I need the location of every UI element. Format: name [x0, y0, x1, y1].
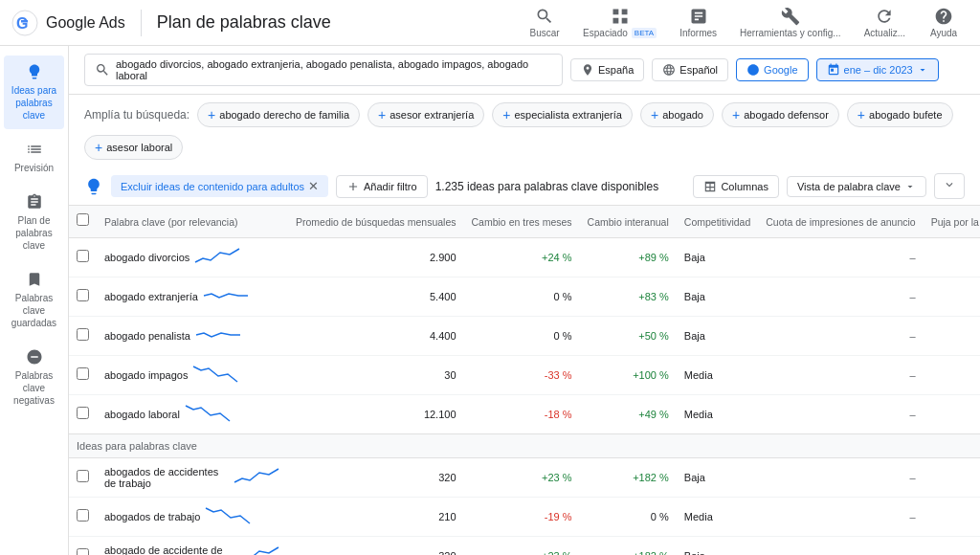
- sidebar-item-prevision[interactable]: Previsión: [4, 133, 64, 182]
- sidebar-item-negativas[interactable]: Palabras clave negativas: [4, 341, 64, 414]
- row-competition: Baja: [677, 316, 758, 355]
- ayuda-nav-btn[interactable]: Ayuda: [919, 1, 969, 44]
- keyword-search-box[interactable]: abogado divorcios, abogado extranjeria, …: [84, 54, 563, 86]
- sparkline-chart: [233, 465, 280, 488]
- header-keyword: Palabra clave (por relevancia): [97, 206, 288, 237]
- table-header-row: Palabra clave (por relevancia) Promedio …: [69, 206, 980, 237]
- row-avg: 30: [288, 355, 464, 394]
- suggest-tag-label-0: abogado derecho de familia: [219, 109, 349, 121]
- adult-filter-label: Excluir ideas de contenido para adultos: [121, 181, 304, 192]
- row-change3m: 0 %: [464, 316, 580, 355]
- adult-filter-chip: Excluir ideas de contenido para adultos …: [111, 175, 328, 197]
- google-ads-icon: G: [11, 10, 38, 36]
- row-keyword: abogados de trabajo: [97, 498, 288, 536]
- expand-suggestions: Amplía tu búsqueda: + abogado derecho de…: [69, 95, 980, 167]
- row-checkbox-cell: [69, 237, 97, 277]
- prevision-icon: [26, 141, 43, 158]
- sidebar-label-guardadas: Palabras clave guardadas: [8, 292, 60, 329]
- network-filter[interactable]: Google: [736, 58, 808, 81]
- collapse-btn[interactable]: [934, 173, 965, 199]
- row-avg: 320: [288, 536, 464, 555]
- ayuda-icon: [934, 7, 953, 26]
- row-checkbox[interactable]: [77, 289, 89, 301]
- suggest-tag-5[interactable]: + abogado bufete: [847, 102, 953, 127]
- suggest-tag-0[interactable]: + abogado derecho de familia: [197, 102, 360, 127]
- row-bid-low: 0,82 €: [924, 277, 980, 316]
- row-checkbox[interactable]: [77, 548, 89, 555]
- row-checkbox[interactable]: [77, 367, 89, 380]
- suggest-tag-2[interactable]: + especialista extranjería: [492, 102, 633, 127]
- location-filter[interactable]: España: [570, 58, 644, 81]
- view-btn[interactable]: Vista de palabra clave: [787, 176, 926, 197]
- view-controls: Columnas Vista de palabra clave: [693, 173, 965, 199]
- select-all-checkbox[interactable]: [77, 213, 89, 226]
- actualizar-nav-btn[interactable]: Actualiz...: [855, 1, 915, 44]
- row-competition: Baja: [677, 536, 758, 555]
- location-text: España: [598, 64, 634, 76]
- suggest-tag-1[interactable]: + asesor extranjería: [368, 102, 484, 127]
- table-row: abogado penalista 4.400 0 % +50 % Baja –…: [69, 316, 980, 355]
- table-body: abogado divorcios 2.900 +24 % +89 % Baja…: [69, 237, 980, 555]
- keywords-table-container: Palabra clave (por relevancia) Promedio …: [69, 206, 980, 555]
- row-keyword: abogado impagos: [97, 356, 288, 394]
- date-range-filter[interactable]: ene – dic 2023: [816, 58, 939, 81]
- header-change-yy: Cambio interanual: [580, 206, 677, 237]
- main-layout: Ideas para palabras clave Previsión Plan…: [0, 46, 980, 555]
- suggest-tag-3[interactable]: + abogado: [640, 102, 714, 127]
- row-checkbox[interactable]: [77, 509, 89, 522]
- suggest-tag-4[interactable]: + abogado defensor: [722, 102, 839, 127]
- columns-btn[interactable]: Columnas: [693, 175, 779, 198]
- nav-actions: Buscar Espaciado BETA Informes Herramien…: [520, 1, 969, 44]
- section-header-ideas: Ideas para palabras clave: [69, 433, 980, 457]
- adult-filter-close[interactable]: ✕: [308, 179, 319, 193]
- actualizar-icon: [875, 7, 894, 26]
- sidebar-item-ideas-palabras[interactable]: Ideas para palabras clave: [4, 56, 64, 129]
- row-impression: –: [758, 394, 923, 433]
- sparkline-chart: [233, 544, 280, 555]
- search-keywords-text: abogado divorcios, abogado extranjeria, …: [116, 58, 552, 81]
- row-impression: –: [758, 355, 923, 394]
- row-avg: 12.100: [288, 394, 464, 433]
- header-change-3m: Cambio en tres meses: [464, 206, 580, 237]
- row-checkbox[interactable]: [77, 407, 89, 419]
- row-checkbox[interactable]: [77, 328, 89, 341]
- row-keyword: abogado de accidente de trabajo: [97, 537, 288, 555]
- espaciado-nav-btn[interactable]: Espaciado BETA: [573, 1, 666, 44]
- view-label: Vista de palabra clave: [797, 181, 901, 192]
- section-header-label: Ideas para palabras clave: [69, 433, 980, 457]
- row-avg: 320: [288, 457, 464, 497]
- table-row: abogado impagos 30 -33 % +100 % Media – …: [69, 355, 980, 394]
- row-bid-low: 1,31 €: [924, 536, 980, 555]
- row-checkbox[interactable]: [77, 250, 89, 262]
- table-row: abogados de trabajo 210 -19 % 0 % Media …: [69, 497, 980, 536]
- add-filter-btn[interactable]: Añadir filtro: [336, 175, 428, 198]
- keyword-tool-icon: [84, 177, 103, 196]
- search-nav-btn[interactable]: Buscar: [520, 1, 569, 44]
- row-keyword: abogado penalista: [97, 317, 288, 355]
- plan-icon: [26, 193, 43, 211]
- row-changeyy: +89 %: [580, 237, 677, 277]
- keywords-table: Palabra clave (por relevancia) Promedio …: [69, 206, 980, 555]
- sidebar-item-plan[interactable]: Plan de palabras clave: [4, 186, 64, 259]
- table-row: abogados de accidentes de trabajo 320 +2…: [69, 457, 980, 497]
- sidebar-item-guardadas[interactable]: Palabras clave guardadas: [4, 263, 64, 337]
- language-text: Español: [679, 64, 718, 76]
- row-impression: –: [758, 316, 923, 355]
- row-impression: –: [758, 536, 923, 555]
- row-checkbox[interactable]: [77, 470, 89, 482]
- row-change3m: +23 %: [464, 457, 580, 497]
- header-bid-low: Puja por la parte superior de la página …: [924, 206, 980, 237]
- herramientas-nav-btn[interactable]: Herramientas y config...: [730, 1, 851, 44]
- herramientas-nav-label: Herramientas y config...: [740, 28, 841, 38]
- suggest-tag-6[interactable]: + asesor laboral: [84, 135, 183, 160]
- header-checkbox: [69, 206, 97, 237]
- columns-icon: [703, 180, 717, 193]
- table-toolbar: Excluir ideas de contenido para adultos …: [69, 167, 980, 206]
- espaciado-icon: [611, 7, 630, 26]
- informes-nav-btn[interactable]: Informes: [670, 1, 726, 44]
- language-filter[interactable]: Español: [652, 58, 728, 81]
- sidebar-label-ideas: Ideas para palabras clave: [8, 84, 60, 122]
- row-change3m: -18 %: [464, 394, 580, 433]
- sidebar-label-negativas: Palabras clave negativas: [8, 369, 60, 407]
- row-impression: –: [758, 457, 923, 497]
